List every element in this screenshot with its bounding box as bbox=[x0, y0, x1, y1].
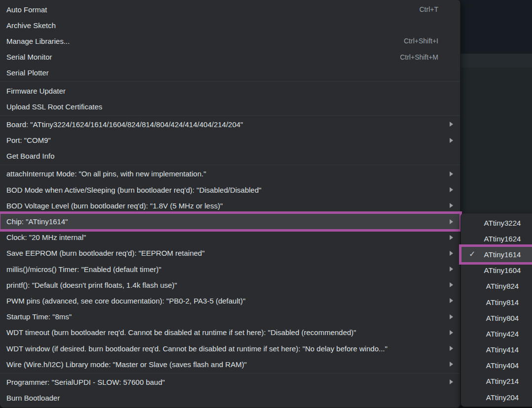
menu-item-label: Burn Bootloader bbox=[6, 394, 60, 402]
submenu-arrow-icon bbox=[450, 171, 453, 176]
submenu-item-label: ATtiny814 bbox=[486, 298, 519, 306]
submenu-arrow-icon bbox=[450, 314, 453, 319]
menu-item[interactable]: PWM pins (advanced, see core documentati… bbox=[0, 293, 460, 308]
menu-item[interactable]: Auto Format Ctrl+T bbox=[0, 1, 460, 17]
menu-item-label: Manage Libraries... bbox=[6, 37, 70, 45]
menu-item[interactable]: BOD Mode when Active/Sleeping (burn boot… bbox=[0, 182, 460, 198]
submenu-item-label: ATtiny1614 bbox=[484, 250, 521, 259]
submenu-arrow-icon bbox=[450, 267, 453, 272]
menu-item-label: Chip: "ATtiny1614" bbox=[6, 217, 68, 226]
menu-item[interactable]: Firmware Updater bbox=[0, 83, 460, 99]
menu-item-label: Save EEPROM (burn bootloader req'd): "EE… bbox=[6, 249, 205, 257]
submenu-item[interactable]: ATtiny3224 bbox=[461, 215, 532, 231]
submenu-arrow-icon bbox=[450, 282, 453, 287]
chip-submenu: ATtiny3224 ATtiny1624 ✓ ATtiny1614 ATtin… bbox=[461, 213, 532, 407]
menu-item[interactable]: Archive Sketch bbox=[0, 17, 460, 33]
submenu-arrow-icon bbox=[450, 251, 453, 256]
menu-item[interactable]: WDT window (if desired. burn bootloader … bbox=[0, 340, 460, 356]
menu-item-label: Wire (Wire.h/I2C) Library mode: "Master … bbox=[6, 360, 247, 369]
menu-item[interactable]: Startup Time: "8ms" bbox=[0, 309, 460, 325]
submenu-item[interactable]: ATtiny1604 bbox=[461, 263, 532, 278]
menu-item-label: WDT timeout (burn bootloader req'd. Cann… bbox=[6, 328, 356, 337]
menu-item[interactable]: WDT timeout (burn bootloader req'd. Cann… bbox=[0, 325, 460, 340]
menu-item-label: Archive Sketch bbox=[6, 21, 56, 30]
submenu-item[interactable]: ATtiny1624 bbox=[461, 231, 532, 246]
menu-item-label: Board: "ATtiny3224/1624/1614/1604/824/81… bbox=[6, 120, 243, 129]
submenu-item-label: ATtiny1604 bbox=[484, 266, 521, 274]
submenu-arrow-icon bbox=[450, 122, 453, 127]
menu-item-label: BOD Mode when Active/Sleeping (burn boot… bbox=[6, 186, 261, 194]
menu-item[interactable]: Programmer: "SerialUPDI - SLOW: 57600 ba… bbox=[0, 374, 460, 390]
menu-item-label: Get Board Info bbox=[6, 152, 55, 160]
submenu-arrow-icon bbox=[450, 219, 453, 224]
submenu-arrow-icon bbox=[450, 298, 453, 303]
submenu-item-label: ATtiny204 bbox=[486, 393, 519, 402]
menu-item[interactable]: BOD Voltage Level (burn bootloader req'd… bbox=[0, 198, 460, 213]
submenu-item-label: ATtiny214 bbox=[486, 377, 519, 385]
submenu-arrow-icon bbox=[450, 362, 453, 367]
menu-item[interactable]: Save EEPROM (burn bootloader req'd): "EE… bbox=[0, 245, 460, 261]
submenu-arrow-icon bbox=[450, 187, 453, 192]
menu-item[interactable]: Serial Monitor Ctrl+Shift+M bbox=[0, 49, 460, 65]
menu-item[interactable]: printf(): "Default (doesn't print floats… bbox=[0, 277, 460, 293]
submenu-item[interactable]: ATtiny404 bbox=[461, 358, 532, 374]
menu-item-label: WDT window (if desired. burn bootloader … bbox=[6, 344, 388, 353]
menu-item[interactable]: Serial Plotter bbox=[0, 65, 460, 81]
submenu-item-label: ATtiny404 bbox=[486, 361, 519, 370]
submenu-arrow-icon bbox=[450, 379, 453, 384]
menu-item[interactable]: Chip: "ATtiny1614" bbox=[0, 213, 460, 229]
menu-item-label: printf(): "Default (doesn't print floats… bbox=[6, 281, 177, 289]
menu-item[interactable]: Burn Bootloader bbox=[0, 390, 460, 406]
menu-item-label: Serial Plotter bbox=[6, 68, 49, 77]
submenu-arrow-icon bbox=[450, 235, 453, 240]
menu-item[interactable]: Upload SSL Root Certificates bbox=[0, 99, 460, 114]
menu-item[interactable]: Get Board Info bbox=[0, 148, 460, 164]
submenu-item[interactable]: ✓ ATtiny1614 bbox=[461, 246, 532, 262]
menu-item[interactable]: Clock: "20 MHz internal" bbox=[0, 230, 460, 245]
menu-item-label: Clock: "20 MHz internal" bbox=[6, 233, 86, 241]
submenu-item-label: ATtiny824 bbox=[486, 282, 519, 290]
menu-item-label: Programmer: "SerialUPDI - SLOW: 57600 ba… bbox=[6, 378, 165, 386]
submenu-item-label: ATtiny424 bbox=[486, 330, 519, 338]
menu-item[interactable]: Port: "COM9" bbox=[0, 133, 460, 148]
submenu-item[interactable]: ATtiny214 bbox=[461, 374, 532, 389]
menu-item-label: PWM pins (advanced, see core documentati… bbox=[6, 297, 246, 305]
submenu-item[interactable]: ATtiny204 bbox=[461, 389, 532, 405]
submenu-arrow-icon bbox=[450, 346, 453, 351]
check-icon: ✓ bbox=[469, 250, 475, 258]
submenu-item[interactable]: ATtiny804 bbox=[461, 310, 532, 326]
menu-item-shortcut: Ctrl+T bbox=[420, 5, 439, 13]
menu-item-shortcut: Ctrl+Shift+M bbox=[400, 53, 438, 61]
menu-item[interactable]: attachInterrupt Mode: "On all pins, with… bbox=[0, 166, 460, 182]
submenu-arrow-icon bbox=[450, 330, 453, 335]
tools-menu: Auto Format Ctrl+T Archive Sketch Manage… bbox=[0, 0, 461, 408]
menu-item-label: Serial Monitor bbox=[6, 53, 52, 61]
menu-item-label: Firmware Updater bbox=[6, 87, 66, 95]
menu-item-label: Auto Format bbox=[6, 5, 47, 14]
menu-item[interactable]: millis()/micros() Timer: "Enabled (defau… bbox=[0, 261, 460, 277]
submenu-arrow-icon bbox=[450, 203, 453, 208]
submenu-item[interactable]: ATtiny414 bbox=[461, 342, 532, 358]
menu-item[interactable]: Board: "ATtiny3224/1624/1614/1604/824/81… bbox=[0, 116, 460, 132]
submenu-item-label: ATtiny414 bbox=[486, 345, 519, 354]
menu-item-label: attachInterrupt Mode: "On all pins, with… bbox=[6, 170, 206, 178]
menu-item[interactable]: Manage Libraries... Ctrl+Shift+I bbox=[0, 33, 460, 49]
menu-item-label: Port: "COM9" bbox=[6, 136, 51, 144]
menu-item-shortcut: Ctrl+Shift+I bbox=[404, 37, 438, 45]
menu-item-label: BOD Voltage Level (burn bootloader req'd… bbox=[6, 202, 223, 210]
menu-item-label: Startup Time: "8ms" bbox=[6, 312, 71, 321]
menu-item-label: Upload SSL Root Certificates bbox=[6, 102, 103, 111]
submenu-item-label: ATtiny3224 bbox=[484, 219, 521, 227]
submenu-item[interactable]: ATtiny814 bbox=[461, 294, 532, 310]
submenu-item-label: ATtiny804 bbox=[486, 314, 519, 322]
submenu-item-label: ATtiny1624 bbox=[484, 235, 521, 243]
submenu-item[interactable]: ATtiny824 bbox=[461, 278, 532, 294]
submenu-item[interactable]: ATtiny424 bbox=[461, 326, 532, 341]
menu-item-label: millis()/micros() Timer: "Enabled (defau… bbox=[6, 265, 161, 273]
submenu-arrow-icon bbox=[450, 138, 453, 143]
menu-item[interactable]: Wire (Wire.h/I2C) Library mode: "Master … bbox=[0, 356, 460, 372]
